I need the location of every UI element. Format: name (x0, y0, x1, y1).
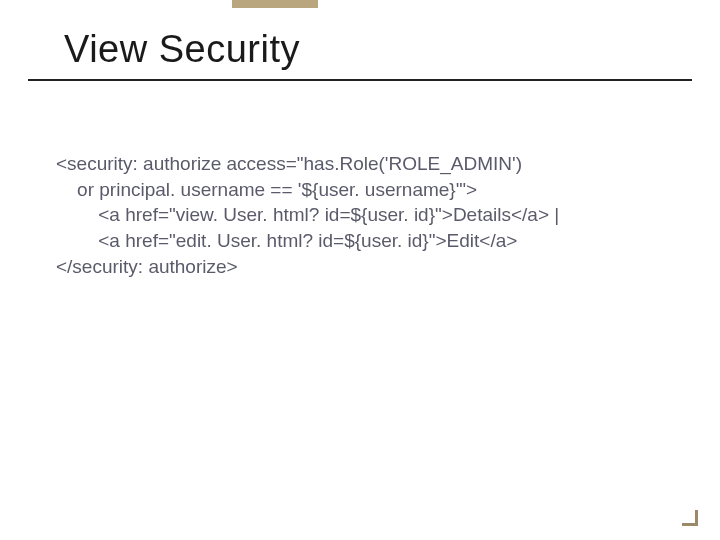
slide-container: View Security <security: authorize acces… (0, 0, 720, 540)
code-line-1: <security: authorize access="has.Role('R… (56, 153, 522, 174)
accent-bar (232, 0, 318, 8)
code-line-2: or principal. username == '${user. usern… (56, 179, 477, 200)
corner-decoration-icon (682, 510, 698, 526)
code-line-4: <a href="edit. User. html? id=${user. id… (56, 230, 517, 251)
code-block: <security: authorize access="has.Role('R… (56, 151, 664, 279)
title-area: View Security (28, 0, 692, 81)
content-area: <security: authorize access="has.Role('R… (0, 81, 720, 279)
slide-title: View Security (64, 28, 656, 71)
code-line-3: <a href="view. User. html? id=${user. id… (56, 204, 559, 225)
code-line-5: </security: authorize> (56, 256, 238, 277)
